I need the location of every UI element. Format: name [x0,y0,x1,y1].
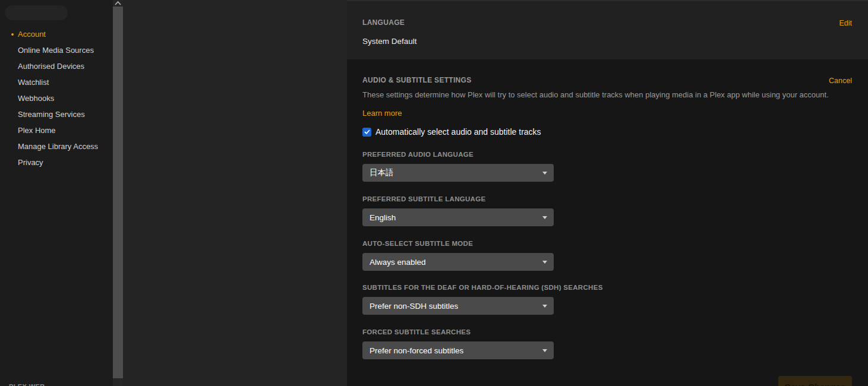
chevron-down-icon [542,261,547,264]
account-settings-panel: LANGUAGE Edit System Default AUDIO & SUB… [347,0,868,386]
auto-select-subtitle-mode-label: AUTO-SELECT SUBTITLE MODE [362,240,554,248]
chevron-down-icon [542,172,547,175]
sdh-searches-field: SUBTITLES FOR THE DEAF OR HARD-OF-HEARIN… [362,284,603,315]
audio-subtitle-description: These settings determine how Plex will t… [362,90,829,99]
preferred-audio-language-field: PREFERRED AUDIO LANGUAGE 日本語 [362,151,554,182]
auto-select-subtitle-mode-dropdown[interactable]: Always enabled [362,253,554,271]
forced-subtitle-searches-field: FORCED SUBTITLE SEARCHES Prefer non-forc… [362,328,554,359]
sidebar-item-authorised-devices[interactable]: Authorised Devices [0,58,113,74]
chevron-down-icon [542,349,547,352]
sdh-searches-dropdown[interactable]: Prefer non-SDH subtitles [362,297,554,315]
sidebar-item-label: Streaming Services [18,110,85,119]
sidebar-item-watchlist[interactable]: Watchlist [0,74,113,90]
sidebar-item-label: Authorised Devices [18,62,84,71]
dropdown-selected-value: Prefer non-SDH subtitles [370,302,458,311]
active-bullet-icon [11,33,14,36]
audio-subtitle-section: AUDIO & SUBTITLE SETTINGS Cancel These s… [347,59,868,386]
auto-select-tracks-label: Automatically select audio and subtitle … [375,127,541,137]
language-value: System Default [362,37,417,46]
audio-subtitle-section-title: AUDIO & SUBTITLE SETTINGS [362,76,472,84]
chevron-down-icon [542,216,547,219]
forced-subtitle-searches-dropdown[interactable]: Prefer non-forced subtitles [362,341,554,359]
dropdown-selected-value: Always enabled [370,258,426,267]
scroll-up-icon[interactable] [113,0,123,7]
sidebar-item-label: Manage Library Access [18,142,98,151]
sidebar-item-account[interactable]: Account [0,26,113,42]
scrollbar-thumb[interactable] [113,7,123,378]
learn-more-link[interactable]: Learn more [362,109,402,118]
auto-select-tracks-checkbox-row[interactable]: Automatically select audio and subtitle … [362,127,541,137]
settings-nav: Account Online Media Sources Authorised … [0,26,113,170]
dropdown-selected-value: English [370,213,396,222]
language-section: LANGUAGE Edit System Default [347,0,868,59]
preferred-subtitle-language-field: PREFERRED SUBTITLE LANGUAGE English [362,195,554,226]
sidebar-clipped-section-label: PLEX WEB [9,383,45,386]
plex-settings-screen: Account Online Media Sources Authorised … [0,0,868,386]
sidebar-item-webhooks[interactable]: Webhooks [0,90,113,106]
preferred-subtitle-language-dropdown[interactable]: English [362,208,554,226]
checkbox-checked-icon[interactable] [362,128,371,137]
sidebar-item-label: Online Media Sources [18,46,94,55]
edit-link[interactable]: Edit [839,19,852,27]
auto-select-subtitle-mode-field: AUTO-SELECT SUBTITLE MODE Always enabled [362,240,554,271]
preferred-audio-language-dropdown[interactable]: 日本語 [362,164,554,182]
chevron-down-icon [542,305,547,308]
forced-subtitle-searches-label: FORCED SUBTITLE SEARCHES [362,328,554,337]
preferred-audio-language-label: PREFERRED AUDIO LANGUAGE [362,151,554,159]
sidebar-item-label: Watchlist [18,78,49,87]
sidebar-item-privacy[interactable]: Privacy [0,154,113,170]
sidebar-item-manage-library-access[interactable]: Manage Library Access [0,138,113,154]
sidebar-item-plex-home[interactable]: Plex Home [0,122,113,138]
sidebar-item-label: Account [18,30,46,39]
sidebar-item-streaming-services[interactable]: Streaming Services [0,106,113,122]
sidebar-item-label: Webhooks [18,94,54,103]
dropdown-selected-value: Prefer non-forced subtitles [370,346,463,355]
sidebar-header-placeholder [5,5,68,20]
cancel-link[interactable]: Cancel [829,77,852,85]
sidebar-item-online-media-sources[interactable]: Online Media Sources [0,42,113,58]
language-section-title: LANGUAGE [362,18,405,27]
preferred-subtitle-language-label: PREFERRED SUBTITLE LANGUAGE [362,195,554,204]
save-changes-button[interactable]: Save Changes [778,376,852,386]
sdh-searches-label: SUBTITLES FOR THE DEAF OR HARD-OF-HEARIN… [362,284,603,292]
settings-sidebar: Account Online Media Sources Authorised … [0,0,113,386]
sidebar-item-label: Plex Home [18,126,56,135]
dropdown-selected-value: 日本語 [370,167,394,178]
sidebar-scrollbar[interactable] [113,0,123,386]
sidebar-item-label: Privacy [18,158,43,167]
